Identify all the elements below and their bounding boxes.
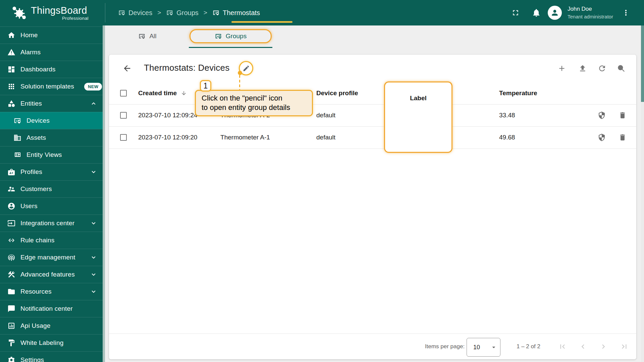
delete-trash-icon[interactable]	[619, 111, 627, 119]
devices-icon	[118, 9, 125, 16]
notifications-bell-icon[interactable]	[532, 8, 541, 17]
notification-icon	[7, 305, 15, 313]
breadcrumb-thermostats[interactable]: Thermostats	[212, 9, 260, 17]
shield-security-icon[interactable]	[598, 133, 606, 141]
sidebar-item-solution-templates[interactable]: Solution templates NEW	[0, 78, 103, 95]
sidebar-item-notification-center[interactable]: Notification center	[0, 300, 103, 317]
sidebar-item-label: Advanced features	[20, 271, 75, 278]
sidebar-item-label: Edge management	[20, 254, 75, 261]
breadcrumb-label: Thermostats	[223, 9, 260, 17]
tutorial-callout-line2: to open entity group details	[202, 103, 312, 112]
shield-security-icon[interactable]	[598, 111, 606, 119]
sidebar-item-label: Api Usage	[20, 322, 50, 329]
row-checkbox[interactable]	[120, 112, 127, 119]
first-page-icon[interactable]	[558, 342, 567, 351]
entities-icon	[7, 100, 15, 108]
table-row[interactable]: 2023-07-10 12:09:20 Thermometer A-1 defa…	[109, 126, 636, 148]
breadcrumb-separator: >	[157, 9, 161, 16]
select-all-checkbox[interactable]	[120, 90, 127, 97]
assets-icon	[13, 134, 21, 142]
avatar[interactable]	[548, 6, 562, 20]
paint-icon	[7, 339, 15, 347]
column-header-temperature[interactable]: Temperature	[499, 89, 537, 97]
sidebar-item-rule-chains[interactable]: Rule chains	[0, 232, 103, 249]
cell-created-time: 2023-07-10 12:09:20	[138, 134, 197, 141]
sidebar-item-dashboards[interactable]: Dashboards	[0, 61, 103, 78]
breadcrumb-devices[interactable]: Devices	[118, 9, 152, 17]
delete-trash-icon[interactable]	[619, 133, 627, 141]
tab-groups[interactable]: Groups	[189, 25, 272, 47]
sidebar-item-integrations-center[interactable]: Integrations center	[0, 215, 103, 232]
breadcrumb-groups[interactable]: Groups	[166, 9, 199, 17]
back-arrow-button[interactable]	[122, 64, 132, 73]
more-vert-icon[interactable]	[622, 8, 630, 17]
sidebar-item-assets[interactable]: Assets	[0, 129, 103, 146]
add-entity-button[interactable]	[557, 64, 566, 73]
paginator: Items per page: 10 1 – 2 of 2	[109, 334, 636, 359]
entity-views-icon	[13, 151, 21, 159]
column-header-created-time[interactable]: Created time	[138, 89, 187, 97]
tutorial-connector-dot	[238, 71, 242, 75]
sidebar-item-advanced-features[interactable]: Advanced features	[0, 266, 103, 283]
sidebar-item-label: Home	[20, 32, 38, 39]
items-per-page-label: Items per page:	[425, 343, 465, 350]
rule-chains-icon	[7, 236, 15, 244]
sidebar-item-entities[interactable]: Entities	[0, 95, 103, 112]
tutorial-connector-dashed-line	[239, 75, 240, 90]
sidebar-item-api-usage[interactable]: Api Usage	[0, 317, 103, 334]
next-page-icon[interactable]	[599, 342, 608, 351]
tab-all[interactable]: All	[106, 25, 189, 47]
thingsboard-app: ThingsBoard Professional Devices > Group…	[0, 0, 644, 362]
brand-edition: Professional	[31, 16, 89, 21]
sidebar-item-alarms[interactable]: Alarms	[0, 44, 103, 61]
page-scrollbar-thumb[interactable]	[641, 25, 644, 102]
devices-icon	[166, 9, 173, 16]
sidebar-item-profiles[interactable]: Profiles	[0, 163, 103, 180]
cell-device-profile: default	[316, 134, 335, 141]
column-header-device-profile[interactable]: Device profile	[316, 89, 358, 97]
new-badge: NEW	[84, 83, 102, 90]
customers-icon	[7, 185, 15, 193]
chevron-down-icon	[90, 288, 97, 295]
items-per-page-select[interactable]: 10	[467, 338, 500, 357]
folder-icon	[7, 288, 15, 296]
sidebar-item-users[interactable]: Users	[0, 197, 103, 215]
sidebar-item-settings[interactable]: Settings	[0, 351, 103, 362]
cell-device-profile: default	[316, 112, 335, 119]
caret-down-icon	[490, 344, 497, 351]
sidebar-scrollbar[interactable]	[103, 25, 105, 362]
chevron-down-icon	[90, 168, 97, 176]
sidebar-item-devices[interactable]: Devices	[0, 112, 103, 129]
refresh-button[interactable]	[598, 64, 606, 73]
chevron-down-icon	[90, 254, 97, 261]
column-header-label[interactable]: Label	[385, 95, 451, 102]
cell-temperature: 49.68	[499, 134, 515, 141]
sidebar-item-label: Entity Views	[26, 151, 62, 159]
row-checkbox[interactable]	[120, 134, 127, 141]
edge-antenna-icon	[7, 253, 15, 261]
tutorial-step-badge: 1	[200, 80, 211, 92]
sidebar-item-resources[interactable]: Resources	[0, 283, 103, 300]
sidebar-item-customers[interactable]: Customers	[0, 180, 103, 197]
sidebar-item-entity-views[interactable]: Entity Views	[0, 146, 103, 163]
sidebar-item-home[interactable]: Home	[0, 26, 103, 44]
sidebar-item-label: Resources	[20, 288, 52, 295]
last-page-icon[interactable]	[620, 342, 629, 351]
user-menu[interactable]: John Doe Tenant administrator	[568, 6, 613, 19]
sidebar-item-label: Customers	[20, 185, 52, 193]
fullscreen-icon[interactable]	[511, 8, 520, 17]
sidebar-item-label: White Labeling	[20, 339, 64, 347]
warning-icon	[7, 48, 15, 56]
paginator-range: 1 – 2 of 2	[517, 343, 540, 350]
sidebar-item-edge-management[interactable]: Edge management	[0, 249, 103, 266]
previous-page-icon[interactable]	[579, 342, 587, 351]
tutorial-callout: Click on the "pencil" icon to open entit…	[195, 90, 313, 116]
brand-logo: ThingsBoard Professional	[11, 5, 89, 21]
import-button[interactable]	[578, 64, 587, 73]
search-button[interactable]	[617, 64, 626, 73]
table-row[interactable]: 2023-07-10 12:09:24 Thermometer A-2 defa…	[109, 104, 636, 126]
sidebar-item-white-labeling[interactable]: White Labeling	[0, 334, 103, 351]
cell-created-time: 2023-07-10 12:09:24	[138, 112, 197, 119]
sidebar: Home Alarms Dashboards Solution template…	[0, 25, 103, 362]
chart-icon	[7, 322, 15, 330]
